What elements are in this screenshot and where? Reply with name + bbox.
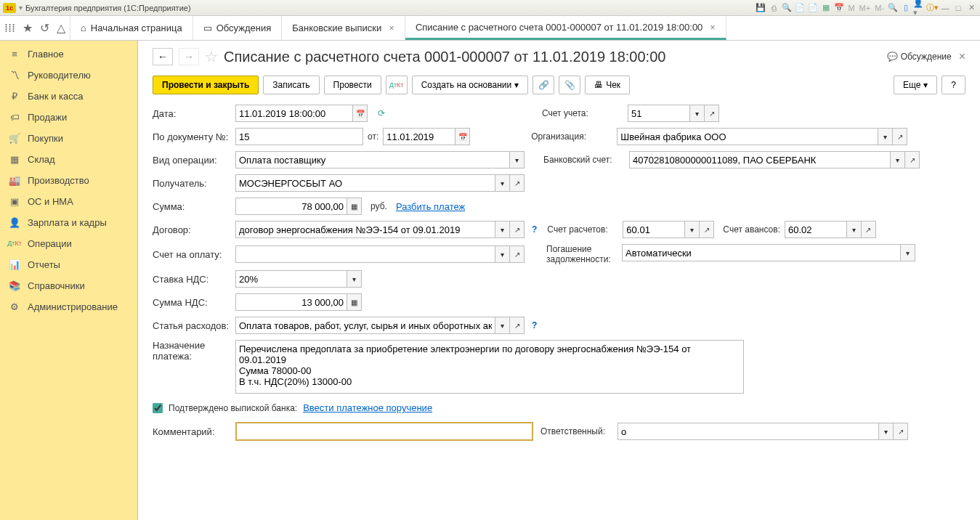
sidebar-item-buy[interactable]: 🛒Покупки [0, 128, 137, 149]
doc2-icon[interactable]: 📄 [807, 2, 819, 14]
calendar-icon[interactable]: 📅 [833, 2, 845, 14]
dropdown-button[interactable]: ▾ [685, 221, 700, 238]
close-doc-button[interactable]: × [959, 50, 965, 63]
forward-button[interactable]: → [179, 48, 199, 65]
open-button[interactable]: ↗ [905, 151, 920, 168]
dropdown-button[interactable]: ▾ [495, 245, 510, 263]
open-button[interactable]: ↗ [700, 221, 714, 238]
mminus-icon[interactable]: M- [873, 4, 886, 12]
tab-discuss[interactable]: ▭ Обсуждения [193, 16, 283, 40]
tab-bank[interactable]: Банковские выписки × [282, 16, 405, 40]
sidebar-item-stock[interactable]: ▦Склад [0, 149, 137, 170]
discuss-button[interactable]: 💬 Обсуждение [887, 52, 952, 62]
sidebar-item-prod[interactable]: 🏭Производство [0, 170, 137, 191]
user-icon[interactable]: 👤▾ [913, 2, 925, 14]
calc-button[interactable]: ▦ [347, 198, 362, 215]
tab-current[interactable]: Списание с расчетного счета 0001-000007 … [405, 16, 726, 40]
write-button[interactable]: Записать [263, 76, 319, 94]
comment-input[interactable] [235, 422, 533, 441]
help-icon[interactable]: ? [529, 224, 540, 235]
preview-icon[interactable]: 🔍 [781, 2, 793, 14]
sum-input[interactable] [235, 198, 347, 215]
sidebar-item-admin[interactable]: ⚙Администрирование [0, 296, 137, 317]
enter-payment-link[interactable]: Ввести платежное поручение [303, 402, 432, 413]
doc1-icon[interactable]: 📄 [794, 2, 806, 14]
confirmed-checkbox[interactable] [153, 403, 163, 413]
sidebar-item-mgr[interactable]: 〽Руководителю [0, 65, 137, 86]
maximize-icon[interactable]: □ [952, 2, 964, 14]
sidebar-item-bank[interactable]: ₽Банк и касса [0, 86, 137, 107]
expense-input[interactable] [235, 317, 495, 334]
m-icon[interactable]: M [846, 4, 856, 12]
vatsum-input[interactable] [235, 293, 347, 311]
calendar-button[interactable]: 📅 [353, 105, 368, 122]
sidebar-item-refs[interactable]: 📚Справочники [0, 275, 137, 296]
resp-input[interactable] [617, 423, 879, 440]
tab-home[interactable]: ⌂ Начальная страница [70, 16, 193, 40]
dropdown-button[interactable]: ▾ [495, 221, 510, 238]
recipient-input[interactable] [235, 174, 495, 192]
print-icon[interactable]: ⎙ [768, 2, 779, 14]
dropdown-button[interactable]: ▾ [495, 174, 510, 192]
optype-input[interactable] [235, 151, 510, 168]
notify-icon[interactable]: △ [57, 21, 65, 35]
from-date-input[interactable] [383, 128, 455, 145]
sidebar-item-ops[interactable]: ДтКтОперации [0, 233, 137, 254]
sidebar-item-os[interactable]: ▣ОС и НМА [0, 191, 137, 212]
calc-button[interactable]: ▦ [347, 293, 362, 311]
refresh-icon[interactable]: ⟳ [378, 108, 385, 118]
check-button[interactable]: 🖶 Чек [585, 76, 630, 94]
dropdown-button[interactable]: ▾ [847, 221, 862, 238]
account-input[interactable] [628, 105, 690, 122]
dropdown-button[interactable]: ▾ [495, 317, 510, 334]
open-button[interactable]: ↗ [510, 245, 525, 263]
open-button[interactable]: ↗ [510, 221, 525, 238]
bankacc-input[interactable] [629, 151, 891, 168]
dropdown-button[interactable]: ▾ [879, 423, 894, 440]
create-based-button[interactable]: Создать на основании ▾ [412, 76, 529, 94]
star-icon[interactable]: ★ [23, 21, 33, 35]
info-icon[interactable]: ⓘ▾ [926, 2, 938, 14]
history-icon[interactable]: ↺ [40, 21, 49, 35]
open-button[interactable]: ↗ [893, 128, 907, 145]
zoom-icon[interactable]: 🔍 [887, 2, 899, 14]
back-button[interactable]: ← [153, 48, 173, 65]
post-button[interactable]: Провести [324, 76, 381, 94]
minimize-icon[interactable]: — [939, 2, 951, 14]
open-button[interactable]: ↗ [705, 105, 719, 122]
advacc-input[interactable] [785, 221, 847, 238]
favorite-button[interactable]: ☆ [205, 48, 218, 65]
dropdown-button[interactable]: ▾ [901, 244, 915, 261]
help-icon[interactable]: ? [529, 320, 540, 330]
date-input[interactable] [235, 105, 353, 122]
open-button[interactable]: ↗ [510, 317, 525, 334]
open-button[interactable]: ↗ [894, 423, 908, 440]
docnum-input[interactable] [235, 128, 363, 145]
tab-close-icon[interactable]: × [389, 23, 394, 33]
payacc-input[interactable] [235, 245, 495, 263]
dropdown-button[interactable]: ▾ [878, 128, 893, 145]
tab-close-icon[interactable]: × [710, 22, 716, 33]
sidebar-item-salary[interactable]: 👤Зарплата и кадры [0, 212, 137, 233]
vatrate-input[interactable] [235, 270, 347, 288]
post-close-button[interactable]: Провести и закрыть [153, 76, 259, 94]
more-button[interactable]: Еще ▾ [894, 76, 937, 94]
help-button[interactable]: ? [941, 76, 965, 94]
calendar-button[interactable]: 📅 [455, 128, 470, 145]
sidebar-item-reports[interactable]: 📊Отчеты [0, 254, 137, 275]
split-payment-link[interactable]: Разбить платеж [396, 201, 465, 212]
link-button[interactable]: 🔗 [532, 76, 554, 94]
apps-icon[interactable]: ⁞⁞⁞ [4, 21, 15, 35]
attach-button[interactable]: 📎 [559, 76, 580, 94]
dropdown-icon[interactable]: ▾ [19, 4, 23, 12]
contract-input[interactable] [235, 221, 495, 238]
dropdown-button[interactable]: ▾ [347, 270, 362, 288]
dtkt-button[interactable]: ДтКт [386, 76, 408, 94]
purpose-textarea[interactable] [235, 340, 744, 394]
close-icon[interactable]: ✕ [965, 2, 977, 14]
sidebar-item-main[interactable]: ≡Главное [0, 44, 137, 65]
dropdown-button[interactable]: ▾ [891, 151, 905, 168]
panel-icon[interactable]: ▯ [900, 2, 912, 14]
open-button[interactable]: ↗ [862, 221, 876, 238]
dropdown-button[interactable]: ▾ [510, 151, 525, 168]
